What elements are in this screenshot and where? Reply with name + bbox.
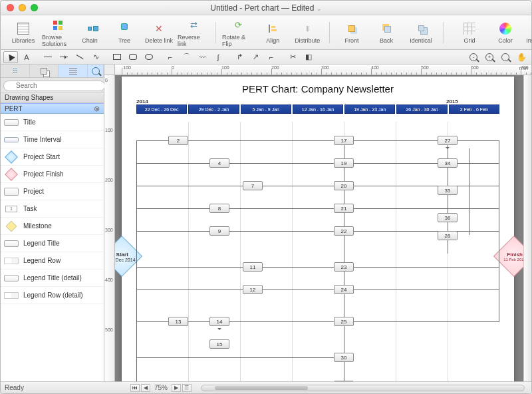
task-node[interactable]: 25	[334, 317, 354, 326]
drawing-toolbar: A ∿ ⌐ ⌒ 〰 ∫ ↱ ↗ ⌐ ✂ ◧ - + ✋	[1, 50, 531, 65]
pan-tool[interactable]: ✋	[514, 51, 529, 63]
chain-button[interactable]: Chain	[74, 21, 106, 44]
bezier-tool[interactable]: ∫	[211, 51, 225, 63]
thumbnail-view-button[interactable]: ☷	[1, 65, 30, 77]
spline-tool[interactable]: 〰	[195, 51, 209, 63]
arrow-line-tool[interactable]	[57, 51, 71, 63]
task-node[interactable]: 12	[243, 285, 263, 294]
vertical-scrollbar[interactable]	[523, 75, 531, 381]
color-button[interactable]: Color	[489, 21, 521, 44]
shape-task[interactable]: 1Task	[1, 200, 104, 218]
pointer-tool[interactable]	[3, 51, 18, 63]
task-node[interactable]: 20	[334, 181, 354, 190]
list-view-button[interactable]	[30, 65, 59, 77]
section-pert[interactable]: PERT ⊗	[1, 103, 104, 114]
minimize-icon[interactable]	[19, 4, 26, 11]
page-next-button[interactable]: ▶	[172, 384, 181, 392]
text-tool[interactable]: A	[19, 51, 34, 63]
rotate-flip-button[interactable]: ⟳Rotate & Flip	[222, 18, 254, 47]
align-button[interactable]: Align	[257, 21, 289, 44]
canvas-area: mm -1000100200300400500600700 0100200300…	[104, 65, 531, 381]
shape-legend-row[interactable]: Legend Row	[1, 252, 104, 270]
shape-legend-row-detail[interactable]: Legend Row (detail)	[1, 287, 104, 304]
inspectors-button[interactable]: iInspectors	[524, 21, 532, 44]
back-button[interactable]: Back	[370, 21, 402, 44]
task-node[interactable]: 35	[438, 186, 458, 195]
shape-time-interval[interactable]: Time Interval	[1, 131, 104, 148]
task-node[interactable]: 15	[209, 339, 229, 349]
task-node[interactable]: 9	[209, 226, 229, 236]
rect-tool[interactable]	[110, 51, 124, 63]
page-first-button[interactable]: ⏮	[130, 384, 140, 392]
curve-tool[interactable]: ∿	[88, 51, 103, 63]
shape-project-start[interactable]: Project Start	[1, 148, 104, 166]
connector-tool[interactable]	[72, 51, 87, 63]
app-window: Untitled - Pert chart — Edited ⌄ Librari…	[0, 0, 532, 394]
paint-bucket-tool[interactable]: ◧	[301, 51, 316, 63]
sidebar-search-toggle[interactable]	[88, 65, 104, 77]
task-node[interactable]: 34	[438, 158, 458, 168]
page[interactable]: PERT Chart: Company Newsletter 2014 2015…	[122, 77, 514, 381]
shape-legend-title-detail[interactable]: Legend Title (detail)	[1, 270, 104, 287]
task-node[interactable]: 2	[168, 136, 188, 145]
browse-solutions-button[interactable]: Browse Solutions	[42, 18, 74, 47]
section-drawing-shapes[interactable]: Drawing Shapes	[1, 93, 104, 103]
task-node[interactable]: 7	[243, 181, 263, 190]
detail-view-button[interactable]	[59, 65, 88, 77]
delete-link-button[interactable]: ✕Delete link	[143, 21, 175, 44]
task-node[interactable]: 27	[438, 136, 458, 145]
task-node[interactable]: 22	[334, 226, 354, 236]
zoom-icon[interactable]	[31, 4, 38, 11]
task-node[interactable]: 21	[334, 204, 354, 213]
zoom-in-tool[interactable]: +	[482, 51, 497, 63]
task-node[interactable]: 17	[334, 136, 354, 145]
task-node[interactable]: 24	[334, 285, 354, 294]
tree-button[interactable]: Tree	[108, 21, 140, 44]
polyline-tool[interactable]: ⌐	[163, 51, 178, 63]
reverse-link-button[interactable]: ⇄Reverse link	[178, 18, 209, 47]
canvas-viewport[interactable]: PERT Chart: Company Newsletter 2014 2015…	[115, 75, 523, 381]
task-node[interactable]: 23	[334, 262, 354, 272]
distribute-button[interactable]: ⫴Distribute	[291, 21, 323, 44]
task-node[interactable]: 13	[168, 317, 188, 326]
round-rect-tool[interactable]	[126, 51, 140, 63]
search-input[interactable]	[3, 81, 105, 91]
task-node[interactable]: 28	[438, 231, 458, 240]
chart-grid: 2 4 13 7 8 9 11 12 14 15	[136, 122, 499, 381]
task-node[interactable]: 14	[209, 317, 229, 326]
ellipse-tool[interactable]	[142, 51, 156, 63]
close-icon[interactable]: ⊗	[94, 104, 100, 113]
grid-button[interactable]: Grid	[450, 21, 489, 44]
shape-legend-title[interactable]: Legend Title	[1, 235, 104, 252]
shape-project[interactable]: Project	[1, 183, 104, 200]
task-node[interactable]: 19	[334, 158, 354, 168]
zoom-fit-tool[interactable]	[498, 51, 513, 63]
close-icon[interactable]	[7, 4, 14, 11]
horizontal-scrollbar[interactable]	[201, 385, 525, 391]
task-node[interactable]: 30	[334, 353, 354, 362]
window-title: Untitled - Pert chart — Edited ⌄	[1, 3, 531, 13]
interval-cell: 29 Dec - 2 Jan	[188, 104, 239, 114]
shape-milestone[interactable]: Milestone	[1, 218, 104, 235]
task-node[interactable]: 8	[209, 204, 229, 213]
angle-connector-tool[interactable]: ⌐	[264, 51, 279, 63]
task-node[interactable]: 4	[209, 158, 229, 168]
zoom-out-tool[interactable]: -	[466, 51, 481, 63]
libraries-button[interactable]: Libraries	[7, 21, 39, 44]
main-toolbar: Libraries Browse Solutions Chain Tree ✕D…	[1, 15, 531, 50]
identical-button[interactable]: Identical	[405, 21, 437, 44]
line-tool[interactable]	[41, 51, 55, 63]
page-prev-button[interactable]: ◀	[141, 384, 150, 392]
task-node[interactable]: 11	[243, 262, 263, 272]
page-navigator: ⏮ ◀ 75% ▶ ☰	[130, 384, 192, 392]
arc-tool[interactable]: ⌒	[179, 51, 194, 63]
shape-title[interactable]: Title	[1, 114, 104, 131]
crop-tool[interactable]: ✂	[285, 51, 300, 63]
front-button[interactable]: Front	[336, 21, 368, 44]
task-node[interactable]: 36	[438, 213, 458, 222]
shape-project-finish[interactable]: Project Finish	[1, 166, 104, 183]
direct-connector-tool[interactable]: ↗	[248, 51, 263, 63]
page-add-button[interactable]: ☰	[182, 384, 192, 392]
smart-connector-tool[interactable]: ↱	[232, 51, 247, 63]
task-node[interactable]: 31	[334, 381, 354, 381]
